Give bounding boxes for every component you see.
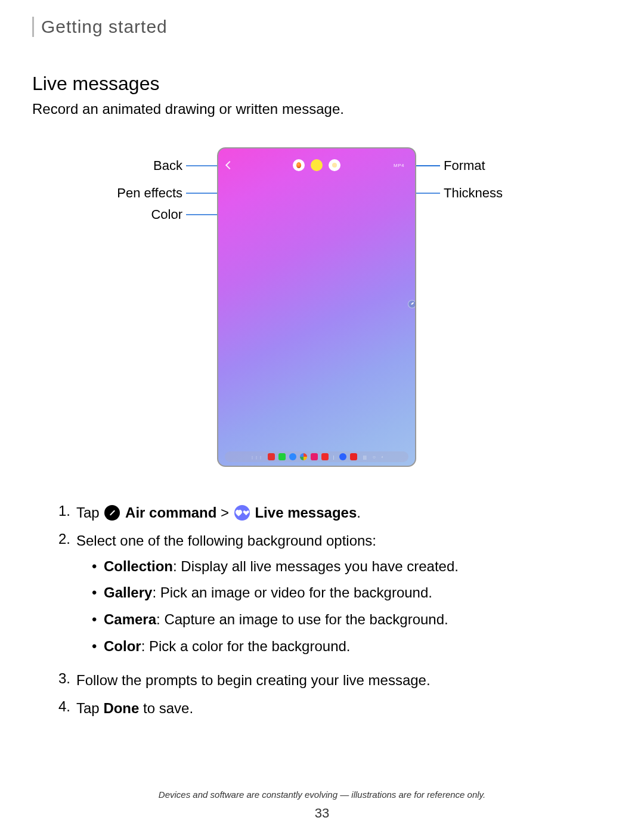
- recents-nav-icon[interactable]: |||: [363, 454, 367, 460]
- step-bold: Done: [103, 700, 139, 716]
- thickness-icon[interactable]: [329, 159, 340, 171]
- dock-app-icon[interactable]: [300, 453, 307, 460]
- illustration-diagram: Back Pen effects Color Format Thickness: [32, 147, 612, 481]
- bullet-bold: Collection: [104, 558, 173, 574]
- bullet-bold: Gallery: [104, 584, 152, 600]
- bullet-marker: •: [92, 636, 104, 657]
- page-subtitle: Record an animated drawing or written me…: [32, 101, 612, 117]
- section-title: Getting started: [41, 17, 612, 37]
- step-text: to save.: [139, 700, 193, 716]
- step-number: 4.: [58, 698, 76, 719]
- bullet-rest: : Capture an image to use for the backgr…: [156, 611, 448, 627]
- bullet-item: • Gallery: Pick an image or video for th…: [92, 583, 612, 603]
- step-sep: >: [221, 504, 229, 521]
- back-nav-icon[interactable]: ‹: [382, 454, 383, 460]
- callout-thickness-label: Thickness: [444, 185, 503, 201]
- device-screenshot: MP4 ⋮⋮⋮ | ||| ○ ‹: [217, 147, 416, 467]
- bullet-item: • Camera: Capture an image to use for th…: [92, 609, 612, 630]
- bullet-marker: •: [92, 583, 104, 603]
- step-1: 1. Tap Air command > Live messages.: [58, 503, 612, 524]
- step-text: Tap: [76, 504, 100, 521]
- step-4: 4. Tap Done to save.: [58, 698, 612, 719]
- edge-panel-handle[interactable]: [408, 300, 416, 308]
- bullet-bold: Camera: [104, 611, 156, 627]
- bullet-rest: : Pick a color for the background.: [141, 638, 351, 654]
- callout-peneffects-label: Pen effects: [32, 185, 182, 201]
- footnote: Devices and software are constantly evol…: [0, 789, 644, 800]
- dock-app-icon[interactable]: [278, 453, 286, 460]
- step-2: 2. Select one of the following backgroun…: [58, 531, 612, 663]
- bullet-bold: Color: [104, 638, 141, 654]
- taskbar: ⋮⋮⋮ | ||| ○ ‹: [225, 451, 408, 462]
- step-text: Follow the prompts to begin creating you…: [76, 670, 612, 691]
- color-icon[interactable]: [311, 159, 323, 171]
- step-bold: Air command: [125, 504, 216, 521]
- air-command-icon: [104, 505, 120, 521]
- dock-app-icon[interactable]: [350, 453, 357, 460]
- back-icon[interactable]: [225, 161, 234, 169]
- step-number: 3.: [58, 670, 76, 691]
- bullet-rest: : Display all live messages you have cre…: [173, 558, 459, 574]
- dock-app-icon[interactable]: [321, 453, 329, 460]
- dock-app-icon[interactable]: [339, 453, 346, 460]
- step-bold: Live messages: [255, 504, 357, 521]
- step-3: 3. Follow the prompts to begin creating …: [58, 670, 612, 691]
- callout-color-label: Color: [32, 207, 182, 222]
- step-text: Tap: [76, 700, 103, 716]
- dock-app-icon[interactable]: [268, 453, 275, 460]
- page-title: Live messages: [32, 73, 612, 95]
- instructions: 1. Tap Air command > Live messages. 2. S…: [32, 503, 612, 719]
- format-badge[interactable]: MP4: [394, 163, 404, 168]
- pen-effects-icon[interactable]: [293, 159, 305, 171]
- step-end: .: [357, 504, 361, 521]
- bullet-rest: : Pick an image or video for the backgro…: [152, 584, 432, 600]
- section-header: Getting started: [32, 17, 612, 37]
- step-number: 2.: [58, 531, 76, 663]
- bullet-marker: •: [92, 609, 104, 630]
- dock-app-icon[interactable]: [289, 453, 296, 460]
- dock-app-icon[interactable]: [311, 453, 318, 460]
- callout-format-label: Format: [444, 158, 485, 174]
- step-text: Select one of the following background o…: [76, 532, 376, 549]
- dock-separator: |: [333, 454, 335, 460]
- page-number: 33: [0, 806, 644, 821]
- home-nav-icon[interactable]: ○: [373, 454, 376, 460]
- bullet-marker: •: [92, 556, 104, 577]
- live-messages-icon: [234, 505, 250, 521]
- bullet-item: • Collection: Display all live messages …: [92, 556, 612, 577]
- apps-grid-icon[interactable]: ⋮⋮⋮: [250, 455, 263, 459]
- callout-back-label: Back: [32, 158, 182, 174]
- bullet-item: • Color: Pick a color for the background…: [92, 636, 612, 657]
- step-number: 1.: [58, 503, 76, 524]
